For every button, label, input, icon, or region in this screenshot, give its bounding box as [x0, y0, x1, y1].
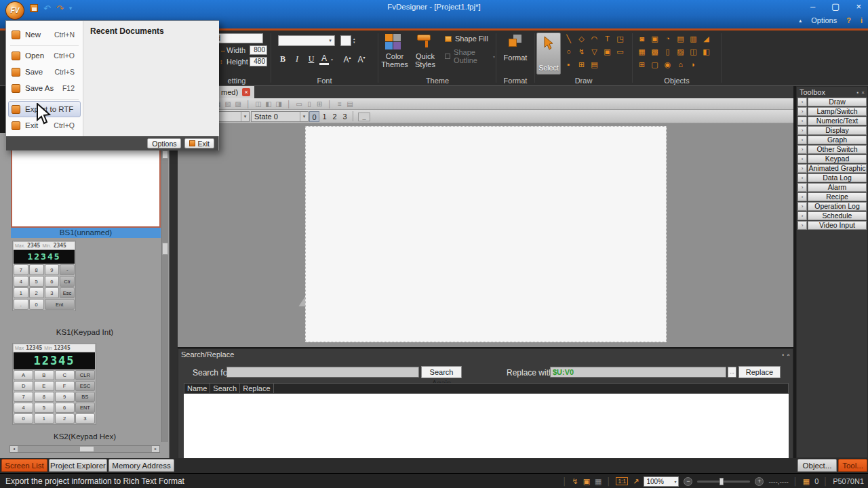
draw-tool-icon[interactable]: ⊞ [576, 60, 587, 70]
actual-size-icon[interactable]: 1:1 [616, 477, 628, 485]
object-tool-icon[interactable]: ◢ [701, 34, 711, 44]
options-menu[interactable]: Options [811, 16, 837, 24]
object-tool-icon[interactable]: ▨ [675, 47, 686, 57]
object-tool-icon[interactable]: ◧ [701, 47, 711, 57]
alignment-tool-icon[interactable]: ◨ [275, 100, 283, 108]
close-icon[interactable]: × [787, 352, 790, 358]
italic-button[interactable]: I [291, 54, 303, 64]
browse-button[interactable]: ... [728, 367, 736, 378]
shrink-font-button[interactable]: A▾ [355, 55, 368, 64]
object-tool-icon[interactable]: ▦ [637, 47, 647, 57]
object-tool-icon[interactable]: ▯ [663, 47, 673, 57]
underline-button[interactable]: U [305, 54, 317, 64]
alignment-tool-icon[interactable]: ≡ [336, 100, 344, 108]
alignment-tool-icon[interactable]: ▭ [295, 100, 303, 108]
object-tool-icon[interactable]: ⌂ [675, 60, 686, 70]
alignment-tool-icon[interactable]: │ [326, 100, 334, 108]
object-tool-icon[interactable]: ▥ [688, 34, 698, 44]
maximize-button[interactable]: ▢ [831, 1, 840, 12]
alignment-tool-icon[interactable]: │ [244, 100, 252, 108]
close-button[interactable]: × [856, 1, 861, 12]
state-button[interactable]: 3 [340, 111, 350, 122]
search-results-body[interactable] [184, 394, 789, 468]
chevron-right-icon[interactable]: › [797, 174, 807, 182]
screen-thumbnail-ks2[interactable]: Max 12345 Min 12345 12345 ABCCLRDEFESC78… [12, 343, 96, 425]
alignment-tool-icon[interactable]: ▨ [234, 100, 242, 108]
minimize-button[interactable]: – [810, 1, 815, 12]
state-button[interactable]: 1 [319, 111, 330, 122]
draw-tool-icon[interactable]: ▪ [564, 60, 574, 70]
chevron-right-icon[interactable]: › [797, 221, 807, 230]
chevron-right-icon[interactable]: › [797, 136, 807, 144]
menu-item[interactable]: New Ctrl+N [8, 26, 81, 43]
draw-tool-icon[interactable]: ▽ [589, 47, 599, 57]
chevron-right-icon[interactable]: › [797, 183, 807, 192]
scroll-right-button[interactable]: ▸ [152, 446, 159, 452]
object-tool-icon[interactable]: ▩ [650, 47, 660, 57]
object-tool-icon[interactable]: ▤ [675, 34, 686, 44]
column-header[interactable]: Name [184, 384, 210, 393]
tab-screen-list[interactable]: Screen List [1, 459, 47, 472]
screen-caption-bs1[interactable]: BS1(unnamed) [11, 228, 161, 238]
alignment-tool-icon[interactable]: ⊞ [315, 100, 323, 108]
chevron-right-icon[interactable]: › [797, 155, 807, 163]
toolbox-item[interactable]: › Operation Log [797, 202, 867, 211]
menu-item[interactable]: Open Ctrl+O [8, 47, 81, 64]
tab-close-icon[interactable]: × [242, 88, 250, 96]
draw-tool-icon[interactable]: ↯ [576, 47, 587, 57]
toolbox-item[interactable]: › Alarm [797, 183, 867, 192]
toolbox-item[interactable]: › Keypad [797, 155, 867, 163]
zoom-slider[interactable] [697, 481, 750, 483]
object-tool-icon[interactable]: ◗ [688, 60, 698, 70]
toolbox-item[interactable]: › Animated Graphic [797, 164, 867, 173]
shape-fill-button[interactable]: Shape Fill [445, 35, 488, 43]
alignment-tool-icon[interactable]: ◫ [254, 100, 262, 108]
alignment-tool-icon[interactable]: ▧ [224, 100, 232, 108]
object-tool-icon[interactable]: ◙ [637, 34, 647, 44]
zoom-out-button[interactable]: − [684, 477, 692, 486]
toolbox-item[interactable]: › Numeric/Text [797, 117, 867, 125]
editor-canvas[interactable]: AD [178, 123, 793, 347]
scroll-up-button[interactable] [162, 150, 168, 159]
menu-item[interactable]: Save Ctrl+S [8, 64, 81, 80]
draw-tool-icon[interactable]: ◳ [615, 34, 625, 44]
draw-tool-icon[interactable]: ▭ [615, 47, 625, 57]
grid-toggle-icon[interactable]: ▦ [595, 477, 601, 486]
height-field[interactable]: 480 [250, 57, 267, 66]
font-family-combo[interactable]: ▾ [278, 35, 335, 46]
chevron-right-icon[interactable]: › [797, 145, 807, 154]
replace-input[interactable] [550, 367, 726, 378]
toolbox-item[interactable]: › Schedule [797, 211, 867, 220]
select-tool-button[interactable]: Select [536, 33, 561, 75]
save-icon[interactable] [30, 4, 38, 12]
toolbox-item[interactable]: › Lamp/Switch [797, 107, 867, 116]
snap-icon[interactable]: ↯ [572, 477, 578, 486]
help-icon[interactable]: ? [846, 16, 851, 24]
font-color-dropdown-icon[interactable]: ▾ [331, 57, 333, 62]
column-header[interactable]: Replace [240, 384, 273, 393]
object-tool-icon[interactable]: ◉ [663, 60, 673, 70]
tab-object-list[interactable]: Object... [797, 459, 837, 472]
toolbox-item[interactable]: › Video Input [797, 221, 867, 230]
object-tool-icon[interactable]: ⊞ [637, 60, 647, 70]
alignment-tool-icon[interactable]: ◧ [264, 100, 273, 108]
draw-tool-icon[interactable]: ▤ [589, 60, 599, 70]
object-tool-icon[interactable]: ◔ [663, 34, 673, 44]
chevron-right-icon[interactable]: › [797, 126, 807, 135]
draw-tool-icon[interactable]: ◠ [589, 34, 599, 44]
object-tool-icon[interactable]: ▢ [650, 60, 660, 70]
more-states-button[interactable]: _ [358, 113, 370, 121]
info-icon[interactable]: i [861, 16, 863, 24]
font-size-field[interactable] [340, 35, 351, 46]
options-button[interactable]: Options [147, 138, 181, 148]
font-size-stepper[interactable]: ▴▾ [353, 35, 355, 46]
toolbox-item[interactable]: › Data Log [797, 174, 867, 182]
tab-toolbox[interactable]: Tool... [838, 459, 867, 472]
tab-project-explorer[interactable]: Project Explorer [49, 459, 107, 472]
screen-caption-ks1[interactable]: KS1(Keypad Int) [7, 328, 163, 336]
alignment-tool-icon[interactable]: ▯ [305, 100, 313, 108]
quick-styles-button[interactable]: Quick Styles [410, 52, 441, 68]
draw-tool-icon[interactable]: ▣ [602, 47, 612, 57]
tab-memory-address[interactable]: Memory Address [108, 459, 174, 472]
pin-icon[interactable]: ▪ [856, 89, 859, 96]
